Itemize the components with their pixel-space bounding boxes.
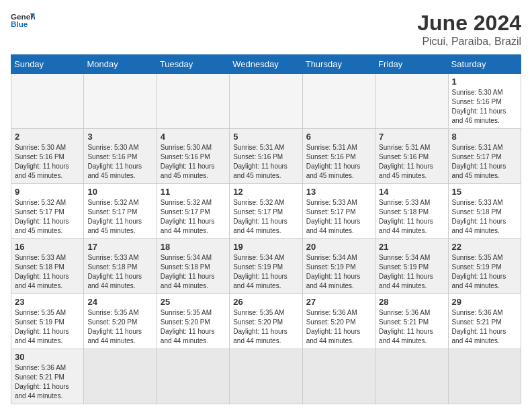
calendar-cell: 15Sunrise: 5:33 AMSunset: 5:18 PMDayligh… <box>448 184 521 239</box>
calendar-cell: 7Sunrise: 5:31 AMSunset: 5:16 PMDaylight… <box>375 129 448 184</box>
calendar-cell: 27Sunrise: 5:36 AMSunset: 5:20 PMDayligh… <box>302 294 375 349</box>
week-row-3: 9Sunrise: 5:32 AMSunset: 5:17 PMDaylight… <box>11 184 521 239</box>
header-sunday: Sunday <box>11 55 84 74</box>
week-row-6: 30Sunrise: 5:36 AMSunset: 5:21 PMDayligh… <box>11 349 521 404</box>
calendar-cell: 16Sunrise: 5:33 AMSunset: 5:18 PMDayligh… <box>11 239 84 294</box>
day-info: Sunrise: 5:31 AMSunset: 5:16 PMDaylight:… <box>306 143 371 181</box>
calendar-cell <box>302 349 375 404</box>
day-info: Sunrise: 5:33 AMSunset: 5:18 PMDaylight:… <box>87 253 152 291</box>
calendar-cell <box>84 349 157 404</box>
day-info: Sunrise: 5:36 AMSunset: 5:20 PMDaylight:… <box>306 308 371 346</box>
calendar-cell <box>448 349 521 404</box>
day-info: Sunrise: 5:35 AMSunset: 5:19 PMDaylight:… <box>452 253 517 291</box>
day-number: 17 <box>87 242 152 252</box>
day-info: Sunrise: 5:32 AMSunset: 5:17 PMDaylight:… <box>233 198 298 236</box>
calendar-cell <box>302 74 375 129</box>
day-number: 15 <box>452 187 517 197</box>
day-number: 10 <box>87 187 152 197</box>
header-wednesday: Wednesday <box>230 55 302 74</box>
calendar-cell: 18Sunrise: 5:34 AMSunset: 5:18 PMDayligh… <box>157 239 229 294</box>
calendar-cell: 19Sunrise: 5:34 AMSunset: 5:19 PMDayligh… <box>230 239 302 294</box>
header-saturday: Saturday <box>448 55 521 74</box>
header-friday: Friday <box>375 55 448 74</box>
day-number: 11 <box>161 187 226 197</box>
page-header: General Blue June 2024 Picui, Paraiba, B… <box>11 11 521 48</box>
calendar-cell: 2Sunrise: 5:30 AMSunset: 5:16 PMDaylight… <box>11 129 84 184</box>
week-row-1: 1Sunrise: 5:30 AMSunset: 5:16 PMDaylight… <box>11 74 521 129</box>
day-number: 12 <box>233 187 298 197</box>
day-number: 13 <box>306 187 371 197</box>
calendar-cell: 17Sunrise: 5:33 AMSunset: 5:18 PMDayligh… <box>84 239 157 294</box>
calendar-cell: 6Sunrise: 5:31 AMSunset: 5:16 PMDaylight… <box>302 129 375 184</box>
day-number: 28 <box>379 297 444 307</box>
svg-text:Blue: Blue <box>11 19 28 28</box>
calendar-cell: 3Sunrise: 5:30 AMSunset: 5:16 PMDaylight… <box>84 129 157 184</box>
calendar-header-row: SundayMondayTuesdayWednesdayThursdayFrid… <box>11 55 521 74</box>
day-info: Sunrise: 5:35 AMSunset: 5:20 PMDaylight:… <box>233 308 298 346</box>
day-info: Sunrise: 5:36 AMSunset: 5:21 PMDaylight:… <box>15 363 80 401</box>
day-info: Sunrise: 5:33 AMSunset: 5:18 PMDaylight:… <box>452 198 517 236</box>
calendar-cell: 30Sunrise: 5:36 AMSunset: 5:21 PMDayligh… <box>11 349 84 404</box>
day-info: Sunrise: 5:31 AMSunset: 5:17 PMDaylight:… <box>452 143 517 181</box>
calendar-cell <box>375 349 448 404</box>
calendar-cell: 13Sunrise: 5:33 AMSunset: 5:17 PMDayligh… <box>302 184 375 239</box>
day-info: Sunrise: 5:35 AMSunset: 5:20 PMDaylight:… <box>87 308 152 346</box>
day-info: Sunrise: 5:33 AMSunset: 5:18 PMDaylight:… <box>379 198 444 236</box>
day-info: Sunrise: 5:34 AMSunset: 5:18 PMDaylight:… <box>161 253 226 291</box>
day-info: Sunrise: 5:33 AMSunset: 5:17 PMDaylight:… <box>306 198 371 236</box>
title-block: June 2024 Picui, Paraiba, Brazil <box>417 11 521 48</box>
day-number: 4 <box>161 132 226 142</box>
calendar-cell: 25Sunrise: 5:35 AMSunset: 5:20 PMDayligh… <box>157 294 229 349</box>
week-row-2: 2Sunrise: 5:30 AMSunset: 5:16 PMDaylight… <box>11 129 521 184</box>
logo-icon: General Blue <box>11 11 35 30</box>
day-number: 29 <box>452 297 517 307</box>
calendar-cell: 11Sunrise: 5:32 AMSunset: 5:17 PMDayligh… <box>157 184 229 239</box>
day-number: 30 <box>15 352 80 362</box>
day-info: Sunrise: 5:35 AMSunset: 5:19 PMDaylight:… <box>15 308 80 346</box>
calendar-cell <box>84 74 157 129</box>
day-info: Sunrise: 5:30 AMSunset: 5:16 PMDaylight:… <box>452 88 517 126</box>
calendar-cell: 4Sunrise: 5:30 AMSunset: 5:16 PMDaylight… <box>157 129 229 184</box>
day-info: Sunrise: 5:32 AMSunset: 5:17 PMDaylight:… <box>15 198 80 236</box>
day-number: 6 <box>306 132 371 142</box>
calendar-cell: 21Sunrise: 5:34 AMSunset: 5:19 PMDayligh… <box>375 239 448 294</box>
day-number: 9 <box>15 187 80 197</box>
day-number: 5 <box>233 132 298 142</box>
day-number: 16 <box>15 242 80 252</box>
day-info: Sunrise: 5:30 AMSunset: 5:16 PMDaylight:… <box>161 143 226 181</box>
header-monday: Monday <box>84 55 157 74</box>
day-info: Sunrise: 5:34 AMSunset: 5:19 PMDaylight:… <box>306 253 371 291</box>
day-number: 27 <box>306 297 371 307</box>
header-thursday: Thursday <box>302 55 375 74</box>
calendar-cell: 23Sunrise: 5:35 AMSunset: 5:19 PMDayligh… <box>11 294 84 349</box>
calendar-cell: 28Sunrise: 5:36 AMSunset: 5:21 PMDayligh… <box>375 294 448 349</box>
day-info: Sunrise: 5:36 AMSunset: 5:21 PMDaylight:… <box>452 308 517 346</box>
day-number: 20 <box>306 242 371 252</box>
calendar-cell: 29Sunrise: 5:36 AMSunset: 5:21 PMDayligh… <box>448 294 521 349</box>
calendar-cell: 1Sunrise: 5:30 AMSunset: 5:16 PMDaylight… <box>448 74 521 129</box>
calendar-cell <box>157 349 229 404</box>
week-row-4: 16Sunrise: 5:33 AMSunset: 5:18 PMDayligh… <box>11 239 521 294</box>
day-number: 7 <box>379 132 444 142</box>
calendar-cell <box>230 74 302 129</box>
calendar-cell <box>157 74 229 129</box>
calendar-cell: 12Sunrise: 5:32 AMSunset: 5:17 PMDayligh… <box>230 184 302 239</box>
calendar-table: SundayMondayTuesdayWednesdayThursdayFrid… <box>11 54 521 404</box>
day-info: Sunrise: 5:31 AMSunset: 5:16 PMDaylight:… <box>233 143 298 181</box>
day-info: Sunrise: 5:32 AMSunset: 5:17 PMDaylight:… <box>161 198 226 236</box>
day-info: Sunrise: 5:33 AMSunset: 5:18 PMDaylight:… <box>15 253 80 291</box>
week-row-5: 23Sunrise: 5:35 AMSunset: 5:19 PMDayligh… <box>11 294 521 349</box>
day-info: Sunrise: 5:36 AMSunset: 5:21 PMDaylight:… <box>379 308 444 346</box>
day-number: 3 <box>87 132 152 142</box>
day-info: Sunrise: 5:32 AMSunset: 5:17 PMDaylight:… <box>87 198 152 236</box>
calendar-cell <box>230 349 302 404</box>
calendar-cell: 24Sunrise: 5:35 AMSunset: 5:20 PMDayligh… <box>84 294 157 349</box>
day-number: 23 <box>15 297 80 307</box>
logo: General Blue <box>11 11 35 30</box>
day-number: 2 <box>15 132 80 142</box>
calendar-cell: 8Sunrise: 5:31 AMSunset: 5:17 PMDaylight… <box>448 129 521 184</box>
day-number: 21 <box>379 242 444 252</box>
day-number: 14 <box>379 187 444 197</box>
day-info: Sunrise: 5:34 AMSunset: 5:19 PMDaylight:… <box>379 253 444 291</box>
calendar-cell: 14Sunrise: 5:33 AMSunset: 5:18 PMDayligh… <box>375 184 448 239</box>
